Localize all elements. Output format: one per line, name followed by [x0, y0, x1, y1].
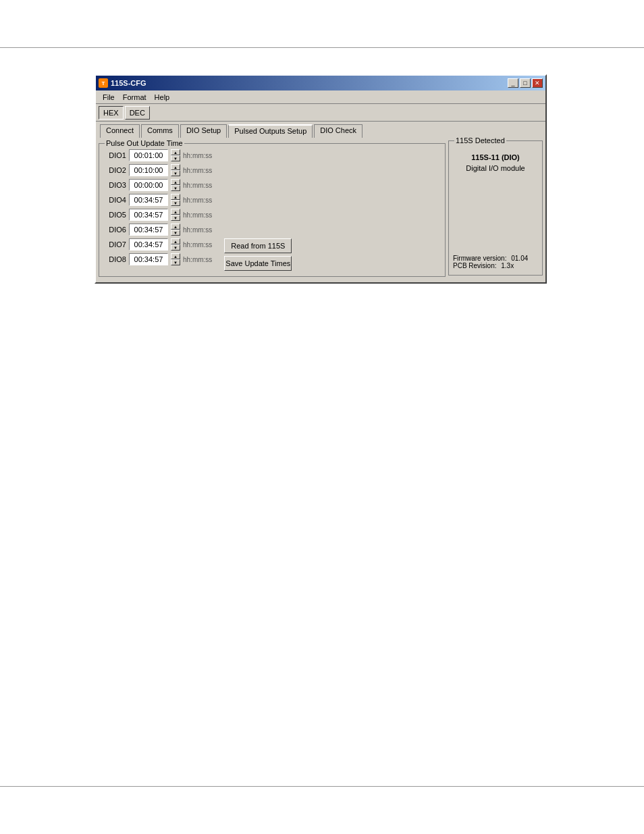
dio4-format: hh:mm:ss — [183, 197, 212, 204]
dio-row-1: DIO1 ▲ ▼ hh:mm:ss — [105, 149, 439, 161]
dio7-label: DIO7 — [105, 240, 126, 249]
tabs-bar: Connect Comms DIO Setup Pulsed Outputs S… — [96, 122, 545, 138]
dio2-label: DIO2 — [105, 166, 126, 174]
hex-button[interactable]: HEX — [99, 106, 124, 120]
dio7-row-with-btn: DIO7 ▲ ▼ hh:mm:ss DIO8 — [105, 238, 439, 271]
dio7-input[interactable] — [129, 238, 168, 251]
dio3-down[interactable]: ▼ — [171, 185, 180, 191]
dio1-format: hh:mm:ss — [183, 152, 212, 159]
firmware-label: Firmware version: — [453, 255, 506, 262]
dio4-label: DIO4 — [105, 196, 126, 204]
dio-row-4: DIO4 ▲ ▼ hh:mm:ss — [105, 194, 439, 206]
dio5-up[interactable]: ▲ — [171, 209, 180, 215]
close-button[interactable]: ✕ — [532, 78, 543, 88]
dio3-spinner: ▲ ▼ — [171, 179, 180, 191]
dio-row-8: DIO8 ▲ ▼ hh:mm:ss — [105, 253, 212, 265]
dio4-up[interactable]: ▲ — [171, 194, 180, 200]
menu-format[interactable]: Format — [119, 92, 151, 103]
dio2-up[interactable]: ▲ — [171, 164, 180, 170]
dio5-label: DIO5 — [105, 211, 126, 219]
tab-comms[interactable]: Comms — [141, 124, 179, 138]
dio2-down[interactable]: ▼ — [171, 170, 180, 176]
title-buttons: _ □ ✕ — [508, 78, 543, 88]
dio6-format: hh:mm:ss — [183, 226, 212, 234]
dio4-down[interactable]: ▼ — [171, 200, 180, 206]
dio8-format: hh:mm:ss — [183, 256, 212, 263]
dio5-input[interactable] — [129, 209, 168, 221]
dio7-up[interactable]: ▲ — [171, 238, 180, 244]
tab-dio-check[interactable]: DIO Check — [314, 124, 363, 138]
tab-dio-setup[interactable]: DIO Setup — [180, 124, 227, 138]
detected-title: 115S Detected — [454, 136, 506, 145]
left-panel: Pulse Out Update Time DIO1 ▲ ▼ hh:mm:ss — [99, 140, 446, 280]
pcb-line: PCB Revision: 1.3x — [453, 262, 528, 269]
read-button[interactable]: Read from 115S — [224, 238, 292, 253]
minimize-button[interactable]: _ — [508, 78, 518, 88]
detected-box: 115S Detected 115S-11 (DIO) Digital I/O … — [448, 140, 543, 276]
save-button[interactable]: Save Update Times — [224, 256, 292, 271]
firmware-line: Firmware version: 01.04 — [453, 255, 528, 262]
dio2-spinner: ▲ ▼ — [171, 164, 180, 176]
dio5-format: hh:mm:ss — [183, 211, 212, 219]
dio7-format: hh:mm:ss — [183, 241, 212, 249]
right-panel: 115S Detected 115S-11 (DIO) Digital I/O … — [448, 140, 543, 280]
main-window: T 115S-CFG _ □ ✕ File Format Help HEX DE… — [95, 74, 547, 284]
dio6-up[interactable]: ▲ — [171, 224, 180, 230]
dio1-down[interactable]: ▼ — [171, 155, 180, 161]
dio-row-2: DIO2 ▲ ▼ hh:mm:ss — [105, 164, 439, 176]
dio6-spinner: ▲ ▼ — [171, 224, 180, 236]
tab-pulsed-outputs[interactable]: Pulsed Outputs Setup — [228, 124, 313, 138]
menu-bar: File Format Help — [96, 90, 545, 104]
dio8-down[interactable]: ▼ — [171, 259, 180, 265]
firmware-info: Firmware version: 01.04 PCB Revision: 1.… — [453, 255, 528, 269]
dio6-label: DIO6 — [105, 226, 126, 234]
dio-row-3: DIO3 ▲ ▼ hh:mm:ss — [105, 179, 439, 191]
detected-model: 115S-11 (DIO) — [454, 153, 537, 161]
window-title: 115S-CFG — [111, 79, 146, 87]
group-title: Pulse Out Update Time — [105, 139, 184, 147]
dio1-label: DIO1 — [105, 151, 126, 159]
dio5-spinner: ▲ ▼ — [171, 209, 180, 221]
dio8-input[interactable] — [129, 253, 168, 265]
detected-content: 115S-11 (DIO) Digital I/O module — [454, 153, 537, 172]
dec-button[interactable]: DEC — [125, 106, 150, 120]
dio8-label: DIO8 — [105, 255, 126, 263]
dio6-input[interactable] — [129, 224, 168, 236]
dio3-label: DIO3 — [105, 181, 126, 189]
dio2-format: hh:mm:ss — [183, 167, 212, 174]
app-icon: T — [99, 78, 108, 88]
dio3-format: hh:mm:ss — [183, 182, 212, 189]
dio-row-5: DIO5 ▲ ▼ hh:mm:ss — [105, 209, 439, 221]
dio-row-7: DIO7 ▲ ▼ hh:mm:ss — [105, 238, 212, 251]
menu-help[interactable]: Help — [151, 92, 174, 103]
dio1-up[interactable]: ▲ — [171, 149, 180, 155]
dio3-up[interactable]: ▲ — [171, 179, 180, 185]
dio7-spinner: ▲ ▼ — [171, 238, 180, 251]
dio4-input[interactable] — [129, 194, 168, 206]
dio5-down[interactable]: ▼ — [171, 215, 180, 221]
dio7-down[interactable]: ▼ — [171, 244, 180, 251]
maximize-button[interactable]: □ — [520, 78, 531, 88]
pulse-out-group: Pulse Out Update Time DIO1 ▲ ▼ hh:mm:ss — [99, 143, 446, 277]
dio8-spinner: ▲ ▼ — [171, 253, 180, 265]
pcb-label: PCB Revision: — [453, 262, 496, 269]
tab-connect[interactable]: Connect — [100, 124, 140, 138]
dio1-input[interactable] — [129, 149, 168, 161]
dio1-spinner: ▲ ▼ — [171, 149, 180, 161]
dio3-input[interactable] — [129, 179, 168, 191]
dio2-input[interactable] — [129, 164, 168, 176]
detected-desc: Digital I/O module — [454, 164, 537, 172]
firmware-value: 01.04 — [511, 255, 528, 262]
dio4-spinner: ▲ ▼ — [171, 194, 180, 206]
title-bar: T 115S-CFG _ □ ✕ — [96, 76, 545, 90]
action-buttons: Read from 115S Save Update Times — [224, 238, 292, 271]
dio8-up[interactable]: ▲ — [171, 253, 180, 259]
dio-row-6: DIO6 ▲ ▼ hh:mm:ss — [105, 224, 439, 236]
menu-file[interactable]: File — [99, 92, 119, 103]
dio6-down[interactable]: ▼ — [171, 230, 180, 236]
pcb-value: 1.3x — [501, 262, 514, 269]
content-area: Pulse Out Update Time DIO1 ▲ ▼ hh:mm:ss — [96, 138, 545, 282]
toolbar: HEX DEC — [96, 104, 545, 122]
